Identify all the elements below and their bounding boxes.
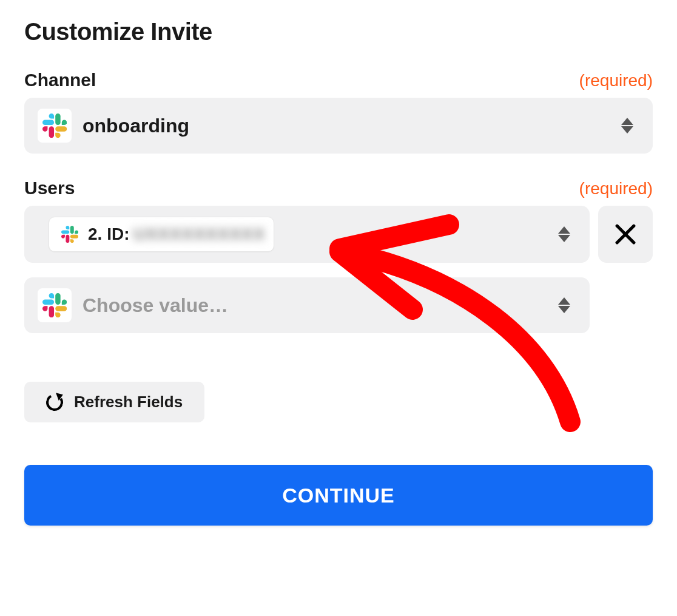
- users-required-tag: (required): [579, 179, 653, 198]
- chevron-sort-icon: [556, 226, 573, 242]
- page-title: Customize Invite: [24, 18, 653, 46]
- users-label-row: Users (required): [24, 178, 653, 198]
- close-icon: [615, 223, 636, 245]
- chevron-sort-icon: [556, 297, 573, 313]
- channel-select[interactable]: onboarding: [24, 98, 653, 154]
- user-select-add[interactable]: Choose value…: [24, 277, 590, 333]
- refresh-fields-button[interactable]: Refresh Fields: [24, 382, 204, 422]
- channel-value: onboarding: [83, 115, 608, 137]
- user-id-prefix: 2. ID:: [88, 225, 129, 244]
- channel-label-row: Channel (required): [24, 70, 653, 90]
- refresh-label: Refresh Fields: [74, 393, 183, 411]
- user-placeholder: Choose value…: [83, 294, 545, 317]
- user-row-add: Choose value…: [24, 277, 590, 333]
- user-id-value-obscured: UXXXXXXXXXX: [133, 225, 265, 244]
- users-label: Users: [24, 178, 75, 198]
- chevron-sort-icon: [619, 118, 636, 134]
- slack-icon: [58, 222, 82, 246]
- channel-required-tag: (required): [579, 71, 653, 90]
- remove-user-button[interactable]: [598, 206, 653, 263]
- refresh-icon: [44, 391, 65, 412]
- user-row-1: 2. ID: UXXXXXXXXXX: [24, 206, 653, 263]
- user-chip-text: 2. ID: UXXXXXXXXXX: [88, 225, 265, 244]
- continue-label: CONTINUE: [282, 484, 395, 507]
- user-chip: 2. ID: UXXXXXXXXXX: [49, 217, 274, 252]
- channel-label: Channel: [24, 70, 96, 90]
- user-select-1[interactable]: 2. ID: UXXXXXXXXXX: [24, 206, 590, 263]
- slack-icon: [38, 109, 72, 143]
- users-field-group: Users (required): [24, 178, 653, 333]
- continue-button[interactable]: CONTINUE: [24, 465, 653, 526]
- channel-field-group: Channel (required) onboarding: [24, 70, 653, 154]
- slack-icon: [38, 288, 72, 322]
